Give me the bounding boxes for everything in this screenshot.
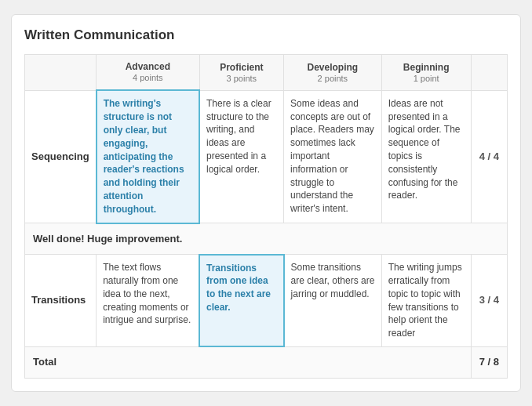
developing-cell[interactable]: Some transitions are clear, others are j… bbox=[284, 255, 382, 347]
total-score: 7 / 8 bbox=[471, 346, 507, 378]
proficient-cell[interactable]: There is a clear structure to the writin… bbox=[199, 90, 284, 223]
beginning-header: Beginning 1 point bbox=[381, 55, 471, 91]
table-row: TransitionsThe text flows naturally from… bbox=[25, 255, 508, 347]
total-label: Total bbox=[25, 346, 472, 378]
score-cell: 3 / 4 bbox=[471, 255, 507, 347]
developing-cell[interactable]: Some ideas and concepts are out of place… bbox=[284, 90, 382, 223]
proficient-cell[interactable]: Transitions from one idea to the next ar… bbox=[199, 255, 284, 347]
feedback-text: Well done! Huge improvement. bbox=[25, 223, 508, 255]
header-row: Advanced 4 points Proficient 3 points De… bbox=[25, 55, 508, 91]
beginning-cell[interactable]: Ideas are not presented in a logical ord… bbox=[381, 90, 471, 223]
score-cell: 4 / 4 bbox=[471, 90, 507, 223]
page-title: Written Communication bbox=[24, 27, 508, 43]
total-row: Total7 / 8 bbox=[25, 346, 508, 378]
criterion-header bbox=[25, 55, 97, 91]
rubric-table: Advanced 4 points Proficient 3 points De… bbox=[24, 54, 508, 378]
criterion-cell: Sequencing bbox=[25, 90, 97, 223]
criterion-cell: Transitions bbox=[25, 255, 97, 347]
rubric-container: Written Communication Advanced 4 points … bbox=[11, 14, 521, 391]
proficient-header: Proficient 3 points bbox=[199, 55, 284, 91]
advanced-cell[interactable]: The text flows naturally from one idea t… bbox=[97, 255, 199, 347]
advanced-cell[interactable]: The writing's structure is not only clea… bbox=[97, 90, 199, 223]
advanced-header: Advanced 4 points bbox=[97, 55, 199, 91]
score-header bbox=[471, 55, 507, 91]
beginning-cell[interactable]: The writing jumps erratically from topic… bbox=[381, 255, 471, 347]
feedback-row: Well done! Huge improvement. bbox=[25, 223, 508, 255]
developing-header: Developing 2 points bbox=[284, 55, 382, 91]
table-row: SequencingThe writing's structure is not… bbox=[25, 90, 508, 223]
